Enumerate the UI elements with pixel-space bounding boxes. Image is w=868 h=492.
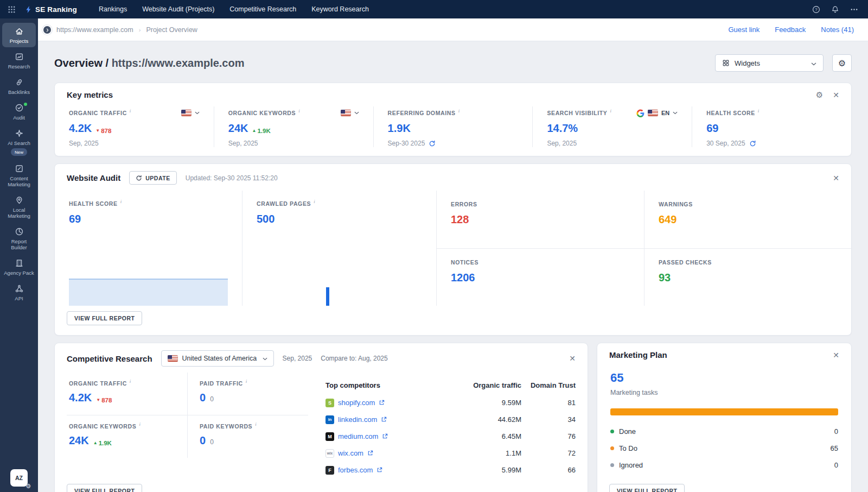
notifications-bell-icon[interactable] [831,5,839,14]
info-icon[interactable]: i [458,108,460,113]
sidebar-item-ai-search[interactable]: AI Search New [2,125,36,159]
sidebar-item-audit[interactable]: Audit [2,99,36,124]
metric-label: ORGANIC KEYWORDS [228,110,296,116]
metric-value: 93 [659,272,837,284]
sidebar-item-content-marketing[interactable]: Content Marketing [2,160,36,191]
info-icon[interactable]: i [298,108,300,113]
nodes-icon [15,284,24,293]
info-icon[interactable]: i [246,379,247,384]
sidebar-item-label: Research [8,64,30,70]
home-icon [15,27,24,36]
key-metrics-card: Key metrics ⚙ ✕ ORGANIC TRAFFIC i [54,83,852,156]
metric-label: HEALTH SCORE [706,110,755,116]
linkedin-favicon-icon: in [326,415,334,424]
user-avatar[interactable]: AZ ⚙ [10,469,28,487]
metric-paid-keywords: PAID KEYWORDSi 0 0 [187,415,308,458]
bar [326,287,329,306]
metric-label: PASSED CHECKS [659,259,712,266]
external-link-icon[interactable] [379,400,385,406]
info-icon[interactable]: i [758,108,760,113]
view-full-report-button[interactable]: VIEW FULL REPORT [67,484,142,492]
audit-crawled-pages-col: CRAWLED PAGES i 500 [242,191,437,306]
medium-favicon-icon: M [326,432,334,441]
widget-settings-gear-icon[interactable]: ⚙ [816,91,823,99]
view-full-report-button[interactable]: VIEW FULL REPORT [609,484,685,492]
table-header-row: Top competitors Organic traffic Domain T… [326,376,576,394]
metric-value: 4.2K [69,392,92,404]
info-icon[interactable]: i [314,199,315,204]
card-title: Marketing Plan [609,350,667,359]
widgets-dropdown[interactable]: Widgets [715,54,824,72]
nav-rankings[interactable]: Rankings [99,5,127,13]
sidebar-item-projects[interactable]: Projects [2,23,36,47]
info-icon[interactable]: i [255,421,257,427]
page-title: Overview / https://www.example.com [54,57,245,70]
competitor-link[interactable]: linkedin.com [338,415,377,424]
breadcrumb-domain[interactable]: https://www.example.com [56,26,133,34]
help-icon[interactable]: ? [812,5,820,14]
google-icon [636,109,644,117]
update-audit-button[interactable]: UPDATE [129,171,177,185]
widgets-label: Widgets [735,59,760,67]
chevron-down-icon [354,111,359,115]
done-dot-icon [610,430,614,433]
gear-icon: ⚙ [838,58,846,68]
engine-region-dropdown[interactable]: EN [636,109,678,117]
competitor-link[interactable]: shopify.com [338,399,375,407]
dashboard-settings-button[interactable]: ⚙ [832,54,852,72]
col-domain-trust: Domain Trust [521,381,576,389]
info-icon[interactable]: i [610,108,611,113]
sidebar-item-backlinks[interactable]: Backlinks [2,74,36,98]
region-dropdown[interactable] [341,110,359,116]
info-icon[interactable]: i [130,379,131,384]
sidebar-item-label: AI Search [8,140,30,146]
notes-link[interactable]: Notes (41) [821,26,854,34]
info-icon[interactable]: i [120,199,122,204]
region-dropdown[interactable] [181,110,200,116]
sidebar-item-agency-pack[interactable]: Agency Pack [2,255,36,279]
info-icon[interactable]: i [130,108,131,113]
crawled-pages-bar-chart [257,279,422,306]
info-icon[interactable]: i [139,421,141,427]
map-pin-icon [15,195,24,205]
metric-delta: 0 [210,395,214,403]
metric-label: HEALTH SCORE [69,200,118,207]
app-grid-icon[interactable] [8,5,16,14]
refresh-icon[interactable] [429,140,436,147]
competitor-link[interactable]: medium.com [338,432,378,440]
feedback-link[interactable]: Feedback [775,26,806,34]
sidebar-item-label: API [15,295,23,301]
more-menu-icon[interactable] [850,5,858,14]
chevron-down-icon [811,59,816,67]
sidebar-item-research[interactable]: Research [2,48,36,73]
sidebar-expand-toggle[interactable] [42,25,52,35]
competitor-link[interactable]: wix.com [338,449,363,457]
nav-keyword-research[interactable]: Keyword Research [311,5,369,13]
external-link-icon[interactable] [376,467,382,473]
language-label: EN [661,110,669,116]
view-full-report-button[interactable]: VIEW FULL REPORT [67,311,142,325]
page-title-domain: https://www.example.com [112,57,245,69]
brand-logo[interactable]: SE Ranking [24,5,77,14]
close-widget-icon[interactable]: ✕ [833,174,839,182]
close-widget-icon[interactable]: ✕ [833,351,839,359]
nav-website-audit[interactable]: Website Audit (Projects) [142,5,214,13]
refresh-icon [136,175,142,181]
refresh-icon[interactable] [749,140,756,147]
competitor-link[interactable]: forbes.com [338,466,373,474]
country-dropdown[interactable]: United States of America [161,350,274,367]
nav-competitive-research[interactable]: Competitive Research [229,5,296,13]
external-link-icon[interactable] [381,417,387,422]
close-widget-icon[interactable]: ✕ [569,355,576,362]
project-header-bar: https://www.example.com › Project Overvi… [38,18,868,41]
audit-status-dot [24,103,27,106]
external-link-icon[interactable] [382,433,388,439]
sidebar-item-local-marketing[interactable]: Local Marketing [2,192,36,222]
sidebar-item-api[interactable]: API [2,280,36,305]
close-widget-icon[interactable]: ✕ [833,91,839,99]
sidebar-item-label: Backlinks [8,89,30,95]
sidebar-item-report-builder[interactable]: Report Builder [2,223,36,254]
guest-link[interactable]: Guest link [728,26,760,34]
health-score-area-chart [69,279,228,306]
external-link-icon[interactable] [367,450,373,456]
